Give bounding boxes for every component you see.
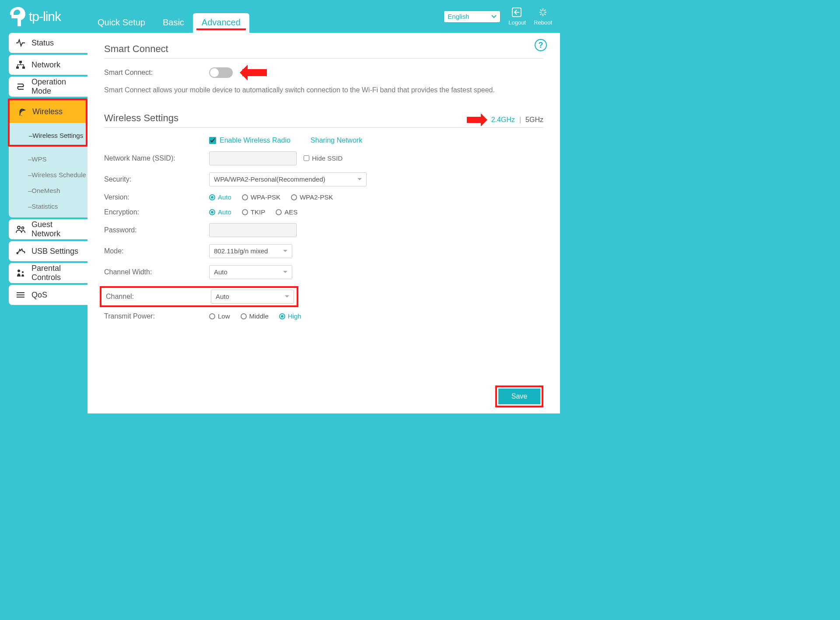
hide-ssid-checkbox[interactable]: Hide SSID [304,154,343,162]
svg-point-15 [18,270,20,272]
guest-icon [16,225,25,234]
content-panel: ? Smart Connect Smart Connect: Smart Con… [88,33,560,413]
ssid-input[interactable] [209,151,297,165]
sidebar-item-parental-controls[interactable]: Parental Controls [9,263,88,283]
channel-label: Channel: [106,293,211,301]
annotation-highlight-wireless: Wireless – Wireless Settings [8,98,88,147]
smart-connect-label: Smart Connect: [104,69,209,77]
sidebar: Status Network Operation Mode Wireless –… [0,33,88,413]
mode-select[interactable]: 802.11b/g/n mixed [209,244,292,258]
qos-icon [16,291,25,299]
sidebar-sub-wireless-settings[interactable]: – Wireless Settings [10,127,86,143]
svg-line-5 [540,10,542,11]
svg-line-6 [544,14,546,15]
password-label: Password: [104,226,209,234]
parental-icon [16,269,25,277]
usb-icon [16,247,25,256]
security-select[interactable]: WPA/WPA2-Personal(Recommended) [209,172,367,186]
svg-line-7 [540,14,542,15]
channel-width-select[interactable]: Auto [209,265,292,279]
encryption-auto-radio[interactable]: Auto [209,208,231,216]
sidebar-sub-wps[interactable]: – WPS [9,151,88,167]
mode-label: Mode: [104,247,209,255]
annotation-highlight-save: Save [495,385,543,407]
reboot-button[interactable]: Reboot [534,7,552,26]
sidebar-item-wireless[interactable]: Wireless [10,100,86,123]
language-select[interactable]: English [444,11,500,23]
svg-line-8 [544,10,546,11]
save-button[interactable]: Save [498,389,540,404]
network-icon [16,60,25,69]
channel-width-label: Channel Width: [104,268,209,276]
svg-rect-9 [19,61,22,63]
sharing-network-link[interactable]: Sharing Network [311,137,362,144]
section-title-wireless-settings: Wireless Settings 2.4GHz | 5GHz [104,112,543,128]
section-title-smart-connect: Smart Connect [104,43,543,59]
password-input[interactable] [209,223,297,237]
sidebar-item-network[interactable]: Network [9,55,88,75]
annotation-arrow-band [467,117,484,123]
wifi-icon [17,107,26,116]
svg-point-16 [22,271,24,273]
annotation-highlight-channel: Channel: Auto [100,286,298,307]
logout-icon [511,7,523,18]
svg-point-13 [22,227,24,229]
txpower-middle-radio[interactable]: Middle [241,312,269,320]
svg-point-12 [18,226,20,229]
operation-mode-icon [16,82,25,91]
txpower-low-radio[interactable]: Low [209,312,230,320]
encryption-tkip-radio[interactable]: TKIP [242,208,265,216]
sidebar-sub-statistics[interactable]: – Statistics [9,198,88,214]
band-tab-5ghz[interactable]: 5GHz [525,116,543,124]
encryption-label: Encryption: [104,208,209,216]
sidebar-sub-onemesh[interactable]: – OneMesh [9,182,88,198]
annotation-arrow-toggle [242,69,267,76]
encryption-aes-radio[interactable]: AES [276,208,298,216]
txpower-high-radio[interactable]: High [279,312,301,320]
smart-connect-description: Smart Connect allows your mobile device … [104,85,543,96]
sidebar-sub-wireless-schedule[interactable]: – Wireless Schedule [9,167,88,182]
pulse-icon [16,39,25,47]
chevron-down-icon [491,15,497,18]
logout-button[interactable]: Logout [508,7,526,26]
channel-select[interactable]: Auto [211,290,294,304]
version-label: Version: [104,193,209,201]
tab-advanced[interactable]: Advanced [193,13,249,33]
svg-rect-11 [22,67,25,69]
svg-rect-10 [16,67,19,69]
enable-wireless-radio-checkbox[interactable]: Enable Wireless Radio [209,137,290,144]
sidebar-item-status[interactable]: Status [9,33,88,53]
sidebar-item-guest-network[interactable]: Guest Network [9,219,88,239]
transmit-power-label: Transmit Power: [104,312,209,320]
version-wpa2-radio[interactable]: WPA2-PSK [291,193,333,201]
svg-point-14 [17,252,18,254]
sidebar-item-usb-settings[interactable]: USB Settings [9,241,88,261]
reboot-icon [537,7,549,18]
brand-text: tp-link [29,9,61,24]
brand-logo: tp-link [8,7,89,26]
band-tab-24ghz[interactable]: 2.4GHz [491,116,515,124]
ssid-label: Network Name (SSID): [104,154,209,162]
tab-basic[interactable]: Basic [154,13,193,33]
security-label: Security: [104,175,209,183]
sidebar-item-operation-mode[interactable]: Operation Mode [9,77,88,97]
tplink-logo-icon [8,7,25,26]
version-auto-radio[interactable]: Auto [209,193,231,201]
smart-connect-toggle[interactable] [209,67,233,78]
sidebar-item-qos[interactable]: QoS [9,285,88,305]
version-wpa-radio[interactable]: WPA-PSK [242,193,280,201]
tab-quick-setup[interactable]: Quick Setup [89,13,154,33]
